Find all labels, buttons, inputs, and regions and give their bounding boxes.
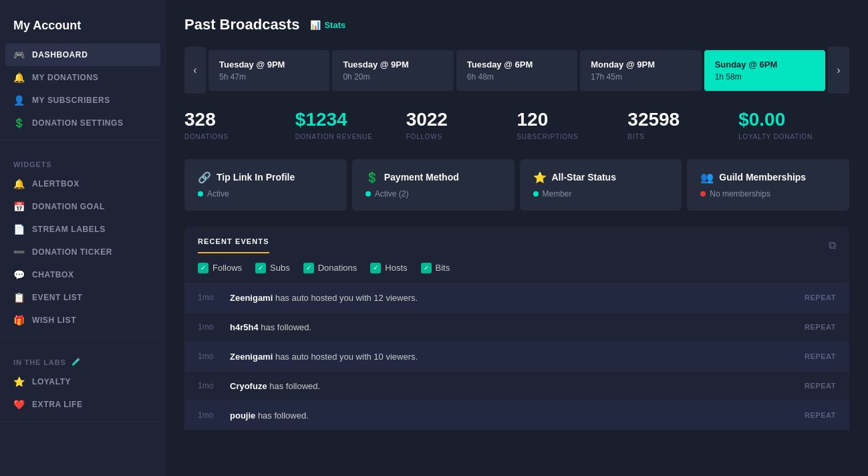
- sidebar-item-donation-goal[interactable]: 📅 Donation Goal: [0, 195, 166, 218]
- page-title: Past Broadcasts: [184, 16, 299, 33]
- donation-ticker-icon: ➖: [13, 247, 25, 257]
- stat-loyalty-value: $0.00: [738, 110, 839, 130]
- sidebar-item-my-subscribers[interactable]: 👤 My Subscribers: [0, 89, 166, 112]
- broadcast-duration-1: 0h 20m: [343, 72, 442, 82]
- filter-bits-checkbox[interactable]: ✓: [421, 263, 432, 273]
- filter-bits[interactable]: ✓ Bits: [421, 263, 450, 273]
- event-list-icon: 📋: [13, 292, 25, 303]
- filter-donations[interactable]: ✓ Donations: [303, 263, 357, 273]
- stat-revenue-label: Donation Revenue: [295, 133, 396, 140]
- sidebar-item-loyalty-label: Loyalty: [32, 377, 71, 386]
- event-row-4: 1mo poujie has followed. REPEAT: [184, 401, 849, 430]
- account-section: My Account 🎮 Dashboard 🔔 My Donations 👤 …: [0, 0, 166, 140]
- event-user-1: h4r5h4: [230, 322, 259, 332]
- sidebar-item-event-list[interactable]: 📋 Event List: [0, 286, 166, 309]
- event-row-2: 1mo Zeenigami has auto hosted you with 1…: [184, 342, 849, 372]
- broadcast-card-0[interactable]: Tuesday @ 9PM 5h 47m: [208, 50, 329, 91]
- donation-goal-icon: 📅: [13, 201, 25, 212]
- account-title: My Account: [0, 11, 166, 43]
- sidebar-item-alertbox[interactable]: 🔔 Alertbox: [0, 172, 166, 195]
- filter-follows-label: Follows: [212, 263, 242, 273]
- widget-card-payment-method[interactable]: 💲 Payment Method Active (2): [352, 159, 515, 211]
- main-content: Past Broadcasts 📊 Stats ‹ Tuesday @ 9PM …: [166, 0, 868, 476]
- labs-title: In The Labs 🧪: [13, 358, 152, 366]
- filter-subs-checkbox[interactable]: ✓: [255, 263, 266, 273]
- event-repeat-0[interactable]: REPEAT: [805, 293, 836, 302]
- guild-status: No memberships: [700, 189, 836, 199]
- sidebar-item-wish-list[interactable]: 🎁 Wish List: [0, 309, 166, 332]
- broadcast-card-4[interactable]: Sunday @ 6PM 1h 58m: [704, 50, 825, 91]
- event-text-1: h4r5h4 has followed.: [230, 322, 794, 332]
- filter-subs[interactable]: ✓ Subs: [255, 263, 290, 273]
- event-text-2: Zeenigami has auto hosted you with 10 vi…: [230, 352, 794, 362]
- stat-follows-label: Follows: [406, 133, 507, 140]
- event-repeat-4[interactable]: REPEAT: [805, 411, 836, 419]
- filter-hosts-checkbox[interactable]: ✓: [370, 263, 381, 273]
- sidebar-item-dashboard-label: Dashboard: [32, 50, 88, 60]
- sidebar-item-dashboard[interactable]: 🎮 Dashboard: [5, 43, 160, 66]
- event-text-3: Cryofuze has followed.: [230, 381, 794, 391]
- event-repeat-2[interactable]: REPEAT: [805, 352, 836, 360]
- sidebar-item-chatbox-label: Chatbox: [32, 270, 74, 279]
- sidebar: My Account 🎮 Dashboard 🔔 My Donations 👤 …: [0, 0, 166, 476]
- sidebar-item-chatbox[interactable]: 💬 Chatbox: [0, 263, 166, 286]
- widgets-label: Widgets: [0, 151, 166, 172]
- copy-icon[interactable]: ⧉: [829, 239, 836, 251]
- broadcast-card-3[interactable]: Monday @ 9PM 17h 45m: [580, 50, 701, 91]
- filter-hosts[interactable]: ✓ Hosts: [370, 263, 407, 273]
- sidebar-item-my-donations[interactable]: 🔔 My Donations: [0, 66, 166, 89]
- event-row-3: 1mo Cryofuze has followed. REPEAT: [184, 372, 849, 401]
- broadcast-card-2[interactable]: Tuesday @ 6PM 6h 48m: [456, 50, 577, 91]
- sidebar-item-loyalty[interactable]: ⭐ Loyalty: [0, 370, 166, 393]
- widgets-section: Widgets 🔔 Alertbox 📅 Donation Goal 📄 Str…: [0, 140, 166, 338]
- sidebar-item-extra-life[interactable]: ❤️ Extra Life: [0, 393, 166, 416]
- filter-bits-label: Bits: [436, 263, 450, 273]
- stat-bits-value: 32598: [627, 110, 728, 130]
- broadcast-next-button[interactable]: ›: [828, 47, 849, 94]
- stats-row: 328 Donations $1234 Donation Revenue 302…: [184, 110, 849, 140]
- widget-card-guild[interactable]: 👥 Guild Memberships No memberships: [687, 159, 849, 211]
- labs-section: In The Labs 🧪 ⭐ Loyalty ❤️ Extra Life: [0, 338, 166, 422]
- event-row-0: 1mo Zeenigami has auto hosted you with 1…: [184, 283, 849, 313]
- page-header: Past Broadcasts 📊 Stats: [184, 16, 849, 33]
- broadcast-time-0: Tuesday @ 9PM: [219, 60, 319, 70]
- all-star-status: Member: [533, 189, 669, 199]
- loyalty-icon: ⭐: [13, 376, 25, 387]
- stat-revenue-value: $1234: [295, 110, 396, 130]
- event-repeat-3[interactable]: REPEAT: [805, 382, 836, 390]
- broadcast-duration-0: 5h 47m: [219, 72, 319, 82]
- filter-follows-checkbox[interactable]: ✓: [198, 263, 208, 273]
- tip-link-icon: 🔗: [198, 171, 211, 184]
- alertbox-icon: 🔔: [13, 178, 25, 189]
- broadcast-prev-button[interactable]: ‹: [184, 47, 206, 94]
- event-repeat-1[interactable]: REPEAT: [805, 323, 836, 331]
- all-star-title: ⭐ All-Star Status: [533, 171, 669, 184]
- stat-revenue: $1234 Donation Revenue: [295, 110, 406, 140]
- sidebar-item-stream-labels[interactable]: 📄 Stream Labels: [0, 218, 166, 241]
- stat-bits-label: Bits: [627, 133, 728, 140]
- sidebar-item-donation-settings[interactable]: 💲 Donation Settings: [0, 112, 166, 134]
- filter-hosts-label: Hosts: [385, 263, 407, 273]
- broadcast-time-3: Monday @ 9PM: [591, 60, 690, 70]
- donation-settings-icon: 💲: [13, 118, 25, 128]
- widget-card-tip-link[interactable]: 🔗 Tip Link In Profile Active: [184, 159, 347, 211]
- payment-method-status-dot: [366, 191, 371, 197]
- all-star-icon: ⭐: [533, 171, 547, 184]
- event-time-2: 1mo: [198, 352, 219, 361]
- event-time-1: 1mo: [198, 322, 219, 332]
- filter-donations-label: Donations: [318, 263, 357, 273]
- filter-follows[interactable]: ✓ Follows: [198, 263, 242, 273]
- filter-subs-label: Subs: [270, 263, 290, 273]
- sidebar-item-event-list-label: Event List: [32, 293, 82, 302]
- broadcast-nav: ‹ Tuesday @ 9PM 5h 47m Tuesday @ 9PM 0h …: [184, 47, 849, 94]
- broadcast-card-1[interactable]: Tuesday @ 9PM 0h 20m: [332, 50, 453, 91]
- filter-donations-checkbox[interactable]: ✓: [303, 263, 314, 273]
- sidebar-item-donation-ticker[interactable]: ➖ Donation Ticker: [0, 241, 166, 263]
- broadcast-items: Tuesday @ 9PM 5h 47m Tuesday @ 9PM 0h 20…: [208, 50, 825, 91]
- stats-link[interactable]: 📊 Stats: [310, 20, 345, 30]
- sidebar-item-donation-ticker-label: Donation Ticker: [32, 247, 112, 257]
- widget-card-all-star[interactable]: ⭐ All-Star Status Member: [520, 159, 682, 211]
- guild-status-dot: [700, 191, 706, 197]
- event-text-4: poujie has followed.: [230, 410, 794, 421]
- stat-bits: 32598 Bits: [627, 110, 738, 140]
